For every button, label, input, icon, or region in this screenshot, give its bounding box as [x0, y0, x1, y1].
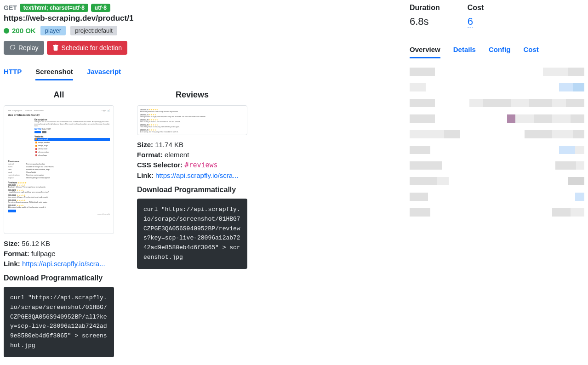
- screenshot-all-panel: All web-scraping.dev Products Testimonia…: [4, 90, 114, 357]
- side-panel: Duration 6.8s Cost 6 Overview Details Co…: [400, 4, 584, 357]
- reviews-format-value: element: [165, 151, 189, 159]
- content-type-badge: text/html; charset=utf-8: [20, 4, 88, 12]
- request-url: https://web-scraping.dev/product/1: [4, 14, 391, 23]
- all-curl-command[interactable]: curl "https://api.scrapfly.io/scrape/scr…: [4, 287, 114, 357]
- tab-http[interactable]: HTTP: [4, 64, 22, 80]
- overview-redacted-content: [410, 68, 584, 217]
- reviews-download-title: Download Programmatically: [137, 186, 247, 194]
- reviews-css-value: #reviews: [184, 161, 217, 169]
- refresh-icon: [9, 45, 16, 51]
- reviews-format-label: Format:: [137, 151, 163, 159]
- trash-icon: [52, 45, 59, 51]
- screenshot-all-thumbnail[interactable]: web-scraping.dev Products TestimonialsLo…: [4, 105, 114, 234]
- all-size-value: 56.12 KB: [22, 240, 50, 247]
- all-link-label: Link:: [4, 260, 20, 268]
- reviews-css-label: CSS Selector:: [137, 161, 183, 169]
- tab-details[interactable]: Details: [453, 42, 476, 58]
- reviews-size-value: 11.74 KB: [155, 141, 183, 148]
- screenshot-reviews-thumbnail[interactable]: 2023-05-01 ★★★★★Absolutely delicious! Th…: [137, 105, 247, 135]
- all-download-title: Download Programmatically: [4, 274, 114, 282]
- http-method: GET: [4, 4, 17, 11]
- player-badge[interactable]: player: [40, 26, 66, 35]
- screenshot-reviews-panel: Reviews 2023-05-01 ★★★★★Absolutely delic…: [137, 90, 247, 357]
- reviews-link-label: Link:: [137, 171, 154, 179]
- cost-label: Cost: [468, 4, 484, 12]
- tab-overview[interactable]: Overview: [410, 42, 440, 58]
- right-tabs: Overview Details Config Cost: [410, 42, 584, 58]
- all-format-label: Format:: [4, 250, 29, 257]
- screenshot-all-title: All: [4, 90, 114, 100]
- reviews-curl-command[interactable]: curl "https://api.scrapfly.io/scrape/scr…: [137, 199, 247, 269]
- tab-screenshot[interactable]: Screenshot: [35, 64, 73, 80]
- all-format-value: fullpage: [31, 250, 56, 257]
- reviews-size-label: Size:: [137, 141, 153, 148]
- tab-javascript[interactable]: Javascript: [87, 64, 121, 80]
- status-code: 200 OK: [4, 27, 36, 34]
- project-badge[interactable]: project:default: [70, 26, 117, 35]
- all-link-value[interactable]: https://api.scrapfly.io/scra...: [22, 260, 105, 268]
- status-dot-icon: [4, 28, 9, 34]
- charset-badge: utf-8: [91, 4, 110, 12]
- reviews-link-value[interactable]: https://api.scrapfly.io/scra...: [155, 171, 239, 179]
- tab-config[interactable]: Config: [489, 42, 510, 58]
- schedule-delete-button[interactable]: Schedule for deletion: [47, 41, 128, 55]
- screenshot-reviews-title: Reviews: [137, 90, 247, 100]
- cost-value[interactable]: 6: [468, 16, 473, 28]
- duration-label: Duration: [410, 4, 440, 12]
- duration-value: 6.8s: [410, 16, 440, 28]
- left-tabs: HTTP Screenshot Javascript: [4, 64, 391, 81]
- all-size-label: Size:: [4, 240, 20, 247]
- tab-cost[interactable]: Cost: [523, 42, 538, 58]
- replay-button[interactable]: Replay: [4, 41, 44, 55]
- main-content: GET text/html; charset=utf-8 utf-8 https…: [4, 4, 400, 357]
